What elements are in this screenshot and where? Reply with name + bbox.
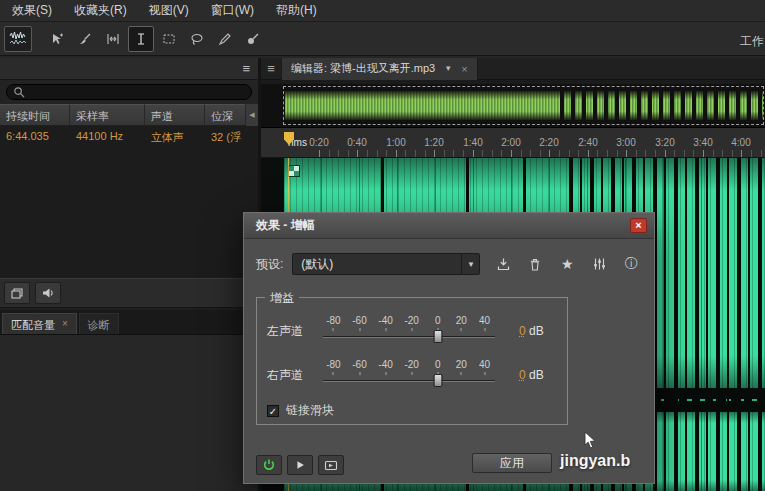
value-unit: dB [526,368,544,382]
scale-label: 20 [456,315,467,326]
preset-dropdown[interactable]: (默认) ▼ [292,253,480,275]
slip-tool-icon [106,32,120,46]
left-channel-value[interactable]: 0 dB [519,324,544,338]
ruler-tick: 3:00 [616,137,635,148]
ruler-tick: 0:20 [309,137,328,148]
preset-value: (默认) [301,256,333,273]
batch-panel-button[interactable] [4,282,30,304]
value-hot-text[interactable]: 0 [519,368,526,382]
column-channels[interactable]: 声道 [145,104,205,126]
link-sliders-checkbox[interactable]: ✓ [267,405,279,417]
dialog-title-bar[interactable]: 效果 - 增幅 × [244,213,654,239]
left-channel-row: 左声道 -80 -60 -40 -20 0 20 40 0 dB [267,314,557,348]
favorite-star-icon[interactable]: ★ [558,255,576,273]
menu-favorites[interactable]: 收藏夹(R) [74,2,127,19]
cell-sample-rate: 44100 Hz [70,126,145,146]
tab-match-volume[interactable]: 匹配音量 × [2,313,77,334]
loop-preview-button[interactable] [318,455,344,475]
link-sliders-row: ✓ 链接滑块 [267,402,557,419]
column-sample-rate[interactable]: 采样率 [70,104,145,126]
editor-file-tab[interactable]: 编辑器: 梁博-出现又离开.mp3 ▼ × [281,58,478,80]
scale-label: 0 [435,359,441,370]
editor-tab-close-icon[interactable]: × [461,63,467,75]
menu-view[interactable]: 视图(V) [149,2,189,19]
search-input[interactable] [30,85,245,99]
scale-label: -20 [404,315,418,326]
brush-tool-icon [78,32,92,46]
time-selection-tool-button[interactable] [128,26,154,52]
brush-tool-button[interactable] [72,26,98,52]
lasso-tool-icon [190,32,204,46]
save-preset-icon[interactable] [494,255,512,273]
waveform-overview-strip[interactable] [261,84,765,128]
menu-help[interactable]: 帮助(H) [276,2,317,19]
delete-preset-icon[interactable] [526,255,544,273]
scale-label: -60 [352,315,366,326]
left-channel-slider[interactable]: -80 -60 -40 -20 0 20 40 [319,315,499,347]
loop-preview-icon [324,459,338,472]
info-icon[interactable]: ⓘ [622,255,640,273]
preview-playback-button[interactable] [35,282,61,304]
effect-rack-icon[interactable] [590,255,608,273]
ruler-tick: 2:40 [578,137,597,148]
table-row[interactable]: 6:44.035 44100 Hz 立体声 32 (浮 [0,126,258,146]
scale-label: 0 [435,315,441,326]
marquee-tool-button[interactable] [156,26,182,52]
scale-label: 40 [479,315,490,326]
lower-panel-body [0,334,258,491]
waveform-view-button[interactable] [4,26,32,52]
ruler-tick: 1:20 [424,137,443,148]
ruler-tick: 2:00 [501,137,520,148]
slider-track[interactable] [323,336,495,338]
chevron-down-icon[interactable]: ▼ [444,64,452,73]
overview-selection[interactable] [283,86,764,125]
slip-tool-button[interactable] [100,26,126,52]
scroll-left-icon[interactable]: ◀ [245,104,258,126]
search-box[interactable] [6,84,252,100]
value-hot-text[interactable]: 0 [519,324,526,338]
editor-panel-menu-icon[interactable]: ≡ [261,61,281,76]
column-duration[interactable]: 持续时间 [0,104,70,126]
power-toggle-button[interactable] [256,455,282,475]
spot-heal-tool-icon [246,32,260,46]
slider-handle[interactable] [433,330,442,343]
cell-channels: 立体声 [145,126,205,146]
preview-play-button[interactable] [287,455,313,475]
workspace-selector[interactable]: 工作 [740,33,764,50]
ruler-tick: 4:00 [731,137,750,148]
mouse-cursor [584,431,597,450]
panels-icon [10,286,24,300]
panel-menu-icon[interactable]: ≡ [242,61,250,76]
preset-actions: ★ ⓘ [494,255,640,273]
ruler-tick: 2:20 [539,137,558,148]
slider-track[interactable] [323,380,495,382]
dropdown-arrow-icon[interactable]: ▼ [461,254,479,274]
ruler-tick: 3:40 [693,137,712,148]
ruler-tick: 1:40 [463,137,482,148]
right-channel-slider[interactable]: -80 -60 -40 -20 0 20 40 [319,359,499,391]
menu-effects[interactable]: 效果(S) [12,2,52,19]
play-icon [294,459,306,471]
files-list-empty-area [0,146,258,278]
tab-close-icon[interactable]: × [62,318,68,334]
editor-tab-label: 编辑器: 梁博-出现又离开.mp3 [291,61,435,76]
timeline-ruler[interactable]: hms 0:20 0:40 1:00 1:20 1:40 2:00 2:20 2… [261,128,765,158]
watermark-text: jingyan.b [560,452,630,470]
dialog-close-button[interactable]: × [630,218,647,233]
scale-label: 40 [479,359,490,370]
apply-button[interactable]: 应用 [472,453,552,473]
menu-window[interactable]: 窗口(W) [211,2,254,19]
files-table-header: 持续时间 采样率 声道 位深 [0,104,258,126]
move-tool-button[interactable] [44,26,70,52]
grid-toggle-icon[interactable] [288,165,300,177]
cell-bit-depth: 32 (浮 [205,126,258,146]
pencil-tool-button[interactable] [212,26,238,52]
lasso-tool-button[interactable] [184,26,210,52]
tab-diagnostics-label: 诊断 [88,318,110,334]
spot-heal-tool-button[interactable] [240,26,266,52]
right-channel-value[interactable]: 0 dB [519,368,544,382]
gain-group-label: 增益 [265,290,299,307]
slider-handle[interactable] [433,374,442,387]
tab-diagnostics[interactable]: 诊断 [79,313,119,334]
scale-label: -40 [378,359,392,370]
